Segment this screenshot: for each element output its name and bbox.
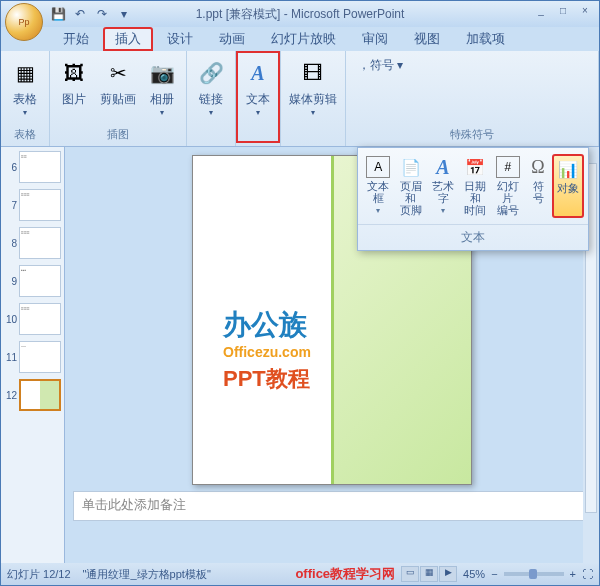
- ribbon-tabs: 开始 插入 设计 动画 幻灯片放映 审阅 视图 加载项: [1, 27, 599, 51]
- wordart-icon: A: [431, 156, 455, 178]
- fit-button[interactable]: ⛶: [582, 568, 593, 580]
- tab-insert[interactable]: 插入: [103, 27, 153, 51]
- powerpoint-window: Pp 💾 ↶ ↷ ▾ 1.ppt [兼容模式] - Microsoft Powe…: [0, 0, 600, 586]
- thumb-6[interactable]: 6≡≡: [3, 151, 62, 183]
- tab-addins[interactable]: 加载项: [454, 27, 517, 51]
- sorter-view-button[interactable]: ▦: [420, 566, 438, 582]
- window-controls: _ □ ×: [531, 3, 595, 19]
- group-label-symbols: 特殊符号: [350, 125, 594, 144]
- group-links: 🔗 链接 ▾: [187, 51, 236, 146]
- slideshow-view-button[interactable]: ▶: [439, 566, 457, 582]
- group-symbols: ，符号 ▾ 特殊符号: [346, 51, 599, 146]
- tab-animations[interactable]: 动画: [207, 27, 257, 51]
- view-buttons: ▭ ▦ ▶: [401, 566, 457, 582]
- album-button[interactable]: 📷 相册 ▾: [142, 55, 182, 119]
- clipart-button[interactable]: ✂ 剪贴画: [96, 55, 140, 110]
- media-button[interactable]: 🎞 媒体剪辑 ▾: [285, 55, 341, 119]
- thumb-10[interactable]: 10≡≡≡: [3, 303, 62, 335]
- table-button[interactable]: ▦ 表格 ▾: [5, 55, 45, 119]
- tab-home[interactable]: 开始: [51, 27, 101, 51]
- normal-view-button[interactable]: ▭: [401, 566, 419, 582]
- object-icon: 📊: [556, 158, 580, 180]
- notes-pane[interactable]: 单击此处添加备注: [73, 491, 591, 521]
- table-icon: ▦: [9, 57, 41, 89]
- thumb-9[interactable]: 9▪▪▪: [3, 265, 62, 297]
- media-icon: 🎞: [297, 57, 329, 89]
- text-a-icon: A: [242, 57, 274, 89]
- ribbon: ▦ 表格 ▾ 表格 🖼 图片 ✂ 剪贴画 📷 相册: [1, 51, 599, 147]
- headerfooter-icon: 📄: [399, 156, 423, 178]
- group-label-tables: 表格: [5, 125, 45, 144]
- headerfooter-button[interactable]: 📄 页眉和 页脚: [394, 154, 426, 218]
- gallery-footer-label: 文本: [358, 224, 588, 250]
- group-text: A 文本 ▾: [236, 51, 281, 146]
- watermark-text: office教程学习网: [295, 565, 395, 583]
- tab-review[interactable]: 审阅: [350, 27, 400, 51]
- group-tables: ▦ 表格 ▾ 表格: [1, 51, 50, 146]
- textbox-button[interactable]: A 文本框 ▾: [362, 154, 394, 218]
- textbox-icon: A: [366, 156, 390, 178]
- omega-icon: Ω: [526, 156, 550, 178]
- tab-design[interactable]: 设计: [155, 27, 205, 51]
- picture-button[interactable]: 🖼 图片: [54, 55, 94, 110]
- tab-view[interactable]: 视图: [402, 27, 452, 51]
- group-label-illustrations: 插图: [54, 125, 182, 144]
- picture-icon: 🖼: [58, 57, 90, 89]
- office-button[interactable]: Pp: [5, 3, 43, 41]
- text-button[interactable]: A 文本 ▾: [236, 51, 280, 143]
- quick-access-toolbar: 💾 ↶ ↷ ▾: [49, 5, 133, 23]
- symbol-small-button[interactable]: ，符号 ▾: [352, 55, 592, 76]
- group-illustrations: 🖼 图片 ✂ 剪贴画 📷 相册 ▾ 插图: [50, 51, 187, 146]
- save-icon[interactable]: 💾: [49, 5, 67, 23]
- slide-thumbnails-panel: 6≡≡ 7≡≡≡ 8≡≡≡ 9▪▪▪ 10≡≡≡ 11— 12: [1, 147, 65, 563]
- link-icon: 🔗: [195, 57, 227, 89]
- album-icon: 📷: [146, 57, 178, 89]
- text-dropdown-gallery: A 文本框 ▾ 📄 页眉和 页脚 A 艺术字 ▾ 📅 日期和 时间 # 幻灯片 …: [357, 147, 589, 251]
- group-media: 🎞 媒体剪辑 ▾: [281, 51, 346, 146]
- qat-more-icon[interactable]: ▾: [115, 5, 133, 23]
- thumb-7[interactable]: 7≡≡≡: [3, 189, 62, 221]
- close-button[interactable]: ×: [575, 3, 595, 19]
- slidenum-icon: #: [496, 156, 520, 178]
- wordart-button[interactable]: A 艺术字 ▾: [427, 154, 459, 218]
- zoom-in-button[interactable]: +: [570, 568, 576, 580]
- link-button[interactable]: 🔗 链接 ▾: [191, 55, 231, 119]
- minimize-button[interactable]: _: [531, 3, 551, 19]
- undo-icon[interactable]: ↶: [71, 5, 89, 23]
- theme-name: "通用纹理_绿方格ppt模板": [83, 567, 211, 582]
- thumb-8[interactable]: 8≡≡≡: [3, 227, 62, 259]
- zoom-level: 45%: [463, 568, 485, 580]
- datetime-button[interactable]: 📅 日期和 时间: [459, 154, 491, 218]
- slide-counter: 幻灯片 12/12: [7, 567, 71, 582]
- slidenum-button[interactable]: # 幻灯片 编号: [492, 154, 524, 218]
- zoom-out-button[interactable]: −: [491, 568, 497, 580]
- thumb-11[interactable]: 11—: [3, 341, 62, 373]
- thumb-12[interactable]: 12: [3, 379, 62, 411]
- clipart-icon: ✂: [102, 57, 134, 89]
- window-title: 1.ppt [兼容模式] - Microsoft PowerPoint: [196, 6, 405, 23]
- slide-logo: 办公族 Officezu.com PPT教程: [223, 306, 311, 394]
- datetime-icon: 📅: [463, 156, 487, 178]
- maximize-button[interactable]: □: [553, 3, 573, 19]
- statusbar: 幻灯片 12/12 "通用纹理_绿方格ppt模板" office教程学习网 ▭ …: [1, 563, 599, 585]
- object-button[interactable]: 📊 对象: [552, 154, 584, 218]
- redo-icon[interactable]: ↷: [93, 5, 111, 23]
- titlebar: Pp 💾 ↶ ↷ ▾ 1.ppt [兼容模式] - Microsoft Powe…: [1, 1, 599, 27]
- symbol-button[interactable]: Ω 符 号: [524, 154, 552, 218]
- tab-slideshow[interactable]: 幻灯片放映: [259, 27, 348, 51]
- zoom-slider[interactable]: [504, 572, 564, 576]
